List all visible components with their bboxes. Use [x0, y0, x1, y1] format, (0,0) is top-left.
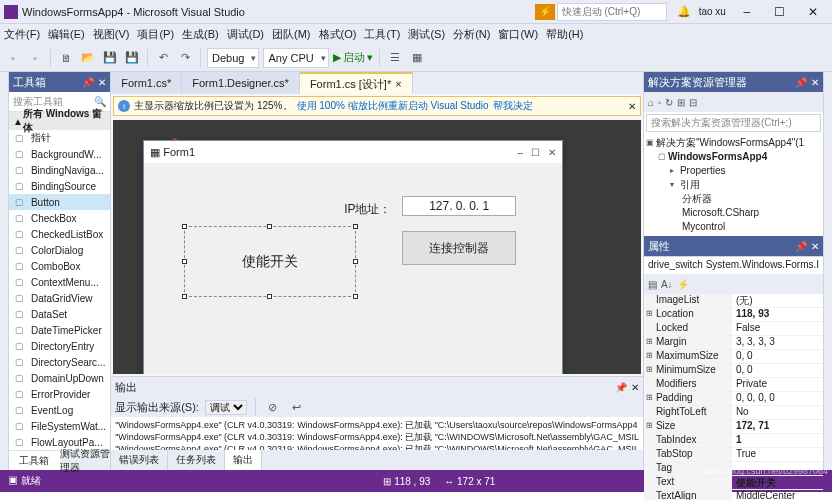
menu-item[interactable]: 格式(O) — [319, 27, 357, 42]
menu-item[interactable]: 分析(N) — [453, 27, 490, 42]
doc-tab[interactable]: Form1.cs* — [111, 72, 182, 94]
toolbox-item[interactable]: ▢DataGridView — [9, 290, 110, 306]
save-icon[interactable]: 💾 — [101, 49, 119, 67]
start-button[interactable]: ▶ 启动 ▾ — [333, 50, 373, 65]
quick-launch-input[interactable] — [557, 3, 667, 21]
menu-item[interactable]: 视图(V) — [93, 27, 130, 42]
toolbox-item[interactable]: ▢DataSet — [9, 306, 110, 322]
prop-row[interactable]: ImageList(无) — [644, 294, 823, 308]
toolbox-item[interactable]: ▢ComboBox — [9, 258, 110, 274]
new-icon[interactable]: 🗎 — [57, 49, 75, 67]
tab-close-icon[interactable]: × — [395, 78, 401, 90]
toolbox-item[interactable]: ▢BindingSource — [9, 178, 110, 194]
form-designer[interactable]: ▦ Form1 – ☐ ✕ IP地址： 127. 0. 0. 1 使能开关 连接… — [113, 120, 641, 374]
toolbox-item[interactable]: ▢Button — [9, 194, 110, 210]
form-max-icon[interactable]: ☐ — [531, 147, 540, 158]
events-icon[interactable]: ⚡ — [677, 279, 689, 290]
max-button[interactable]: ☐ — [765, 5, 795, 19]
prop-row[interactable]: ⊞Padding0, 0, 0, 0 — [644, 392, 823, 406]
foot-tasks[interactable]: 任务列表 — [168, 450, 225, 470]
grid-icon[interactable]: ▦ — [408, 49, 426, 67]
config-combo[interactable]: Debug — [207, 48, 259, 68]
output-source-combo[interactable]: 调试 — [205, 400, 247, 415]
toolbox-item[interactable]: ▢DirectoryEntry — [9, 338, 110, 354]
toolbox-group[interactable]: ▲ 所有 Windows 窗体 — [9, 112, 110, 130]
menu-item[interactable]: 窗口(W) — [498, 27, 538, 42]
notify-icon[interactable]: 🔔 — [675, 3, 693, 21]
prop-row[interactable]: TabStopTrue — [644, 448, 823, 462]
toolbox-item[interactable]: ▢ErrorProvider — [9, 386, 110, 402]
toolbox-item[interactable]: ▢指针 — [9, 130, 110, 146]
solution-search[interactable]: 搜索解决方案资源管理器(Ctrl+;) — [646, 114, 821, 132]
nav-fwd-icon[interactable]: ◦ — [26, 49, 44, 67]
pin-icon[interactable]: 📌 — [795, 241, 807, 252]
form-window[interactable]: ▦ Form1 – ☐ ✕ IP地址： 127. 0. 0. 1 使能开关 连接… — [143, 140, 563, 374]
connect-button[interactable]: 连接控制器 — [402, 231, 516, 265]
toolbox-item[interactable]: ▢CheckBox — [9, 210, 110, 226]
toolbox-item[interactable]: ▢DateTimePicker — [9, 322, 110, 338]
notice-close-icon[interactable]: ✕ — [628, 101, 636, 112]
toolbox-item[interactable]: ▢DomainUpDown — [9, 370, 110, 386]
menu-item[interactable]: 生成(B) — [182, 27, 219, 42]
align-icon[interactable]: ☰ — [386, 49, 404, 67]
platform-combo[interactable]: Any CPU — [263, 48, 328, 68]
quicklaunch-icon[interactable]: ⚡ — [535, 4, 555, 20]
ip-textbox[interactable]: 127. 0. 0. 1 — [402, 196, 516, 216]
menu-item[interactable]: 测试(S) — [408, 27, 445, 42]
toolbox-item[interactable]: ▢BindingNaviga... — [9, 162, 110, 178]
wrap-icon[interactable]: ↩ — [288, 398, 306, 416]
toolbox-item[interactable]: ▢FileSystemWat... — [9, 418, 110, 434]
form-close-icon[interactable]: ✕ — [548, 147, 556, 158]
prop-row[interactable]: ⊞Margin3, 3, 3, 3 — [644, 336, 823, 350]
menu-item[interactable]: 编辑(E) — [48, 27, 85, 42]
solution-tree[interactable]: ▣解决方案"WindowsFormsApp4"(1 ▢WindowsFormsA… — [644, 134, 823, 236]
home-icon[interactable]: ⌂ — [648, 97, 654, 108]
pin-icon[interactable]: 📌 — [615, 382, 627, 393]
prop-row[interactable]: ⊞Location118, 93 — [644, 308, 823, 322]
drive-switch-control[interactable]: 使能开关 — [184, 226, 356, 297]
min-button[interactable]: – — [732, 5, 762, 19]
form-min-icon[interactable]: – — [518, 147, 524, 158]
toolbox-item[interactable]: ▢EventLog — [9, 402, 110, 418]
notice-restart-link[interactable]: 使用 100% 缩放比例重新启动 Visual Studio — [297, 99, 489, 113]
doc-tab[interactable]: Form1.Designer.cs* — [182, 72, 300, 94]
foot-tab-toolbox[interactable]: 工具箱 — [9, 451, 60, 470]
props-object[interactable]: drive_switch System.Windows.Forms.I — [644, 256, 823, 274]
pin-icon[interactable]: 📌 — [795, 77, 807, 88]
toolbox-item[interactable]: ▢ContextMenu... — [9, 274, 110, 290]
output-body[interactable]: "WindowsFormsApp4.exe" (CLR v4.0.30319: … — [111, 417, 643, 450]
close-icon[interactable]: ✕ — [811, 241, 819, 252]
notice-help-link[interactable]: 帮我决定 — [493, 99, 533, 113]
prop-row[interactable]: LockedFalse — [644, 322, 823, 336]
toolbox-item[interactable]: ▢ColorDialog — [9, 242, 110, 258]
prop-row[interactable]: RightToLeftNo — [644, 406, 823, 420]
az-icon[interactable]: A↓ — [661, 279, 673, 290]
undo-icon[interactable]: ↶ — [154, 49, 172, 67]
open-icon[interactable]: 📂 — [79, 49, 97, 67]
menu-item[interactable]: 工具(T) — [364, 27, 400, 42]
close-button[interactable]: ✕ — [798, 5, 828, 19]
foot-tab-testexp[interactable]: 测试资源管理器 — [60, 451, 111, 470]
prop-row[interactable]: TextAlignMiddleCenter — [644, 490, 823, 500]
prop-row[interactable]: ⊞Size172, 71 — [644, 420, 823, 434]
prop-row[interactable]: TabIndex1 — [644, 434, 823, 448]
toolbox-item[interactable]: ▢DirectorySearc... — [9, 354, 110, 370]
toolbox-item[interactable]: ▢BackgroundW... — [9, 146, 110, 162]
foot-errors[interactable]: 错误列表 — [111, 450, 168, 470]
close-icon[interactable]: ✕ — [811, 77, 819, 88]
menu-item[interactable]: 文件(F) — [4, 27, 40, 42]
ip-label[interactable]: IP地址： — [344, 201, 391, 218]
menu-item[interactable]: 项目(P) — [137, 27, 174, 42]
prop-row[interactable]: ⊞MaximumSize0, 0 — [644, 350, 823, 364]
doc-tab[interactable]: Form1.cs [设计]*× — [300, 72, 413, 94]
menu-item[interactable]: 帮助(H) — [546, 27, 583, 42]
redo-icon[interactable]: ↷ — [176, 49, 194, 67]
clear-icon[interactable]: ⊘ — [264, 398, 282, 416]
menu-item[interactable]: 调试(D) — [227, 27, 264, 42]
menu-item[interactable]: 团队(M) — [272, 27, 311, 42]
prop-row[interactable]: ⊞MinimumSize0, 0 — [644, 364, 823, 378]
prop-row[interactable]: ModifiersPrivate — [644, 378, 823, 392]
close-icon[interactable]: ✕ — [98, 77, 106, 88]
saveall-icon[interactable]: 💾 — [123, 49, 141, 67]
cat-icon[interactable]: ▤ — [648, 279, 657, 290]
